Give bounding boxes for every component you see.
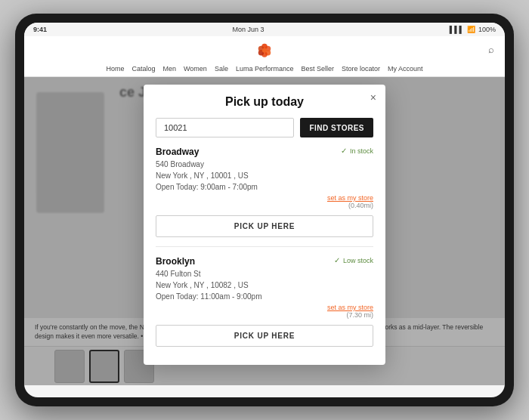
set-my-store-brooklyn[interactable]: set as my store bbox=[327, 304, 373, 311]
battery-icon: 100% bbox=[478, 26, 496, 33]
store-status-broadway: ✓ In stock bbox=[341, 147, 373, 155]
signal-icon: ▌▌▌ bbox=[450, 26, 464, 33]
stock-status-brooklyn: Low stock bbox=[343, 257, 373, 264]
zip-input[interactable] bbox=[156, 118, 294, 137]
wifi-icon: 📶 bbox=[467, 26, 475, 33]
logo-row: ⌕ bbox=[24, 36, 505, 62]
store-addr-broadway: 540 Broadway New York , NY , 10001 , US … bbox=[156, 159, 373, 193]
pickup-button-brooklyn[interactable]: PICK UP HERE bbox=[156, 325, 373, 347]
find-stores-button[interactable]: FIND STORES bbox=[300, 118, 373, 137]
tablet-screen: 9:41 Mon Jun 3 ▌▌▌ 📶 100% bbox=[24, 23, 505, 397]
store-distance-brooklyn: (7.30 mi) bbox=[156, 311, 373, 319]
tablet-frame: 9:41 Mon Jun 3 ▌▌▌ 📶 100% bbox=[15, 14, 514, 406]
nav-bar: ⌕ Home Catalog Men Women Sale Luma Perfo… bbox=[24, 36, 505, 77]
store-card-broadway: Broadway ✓ In stock 540 Broadway New Yor… bbox=[156, 147, 373, 247]
pickup-button-broadway[interactable]: PICK UP HERE bbox=[156, 215, 373, 237]
store-card-brooklyn-header: Brooklyn ✓ Low stock bbox=[156, 256, 373, 267]
check-icon-brooklyn: ✓ bbox=[334, 256, 340, 264]
status-time: 9:41 bbox=[33, 26, 47, 33]
main-content: ce Jacket If you're constantly on the mo… bbox=[24, 77, 505, 385]
nav-luma[interactable]: Luma Performance bbox=[236, 65, 294, 73]
store-card-brooklyn: Brooklyn ✓ Low stock 440 Fulton St New Y… bbox=[156, 256, 373, 356]
store-card-broadway-header: Broadway ✓ In stock bbox=[156, 147, 373, 157]
store-set-row-brooklyn: set as my store bbox=[156, 304, 373, 311]
nav-account[interactable]: My Account bbox=[388, 65, 423, 73]
nav-bestseller[interactable]: Best Seller bbox=[301, 65, 334, 73]
nav-catalog[interactable]: Catalog bbox=[131, 65, 155, 73]
store-set-row-broadway: set as my store bbox=[156, 194, 373, 202]
store-addr-brooklyn: 440 Fulton St New York , NY , 10082 , US… bbox=[156, 268, 373, 302]
nav-sale[interactable]: Sale bbox=[215, 65, 228, 73]
set-my-store-broadway[interactable]: set as my store bbox=[327, 194, 373, 202]
modal-search-row: FIND STORES bbox=[144, 115, 385, 147]
nav-women[interactable]: Women bbox=[184, 65, 207, 73]
modal-overlay: Pick up today × FIND STORES Broadway bbox=[24, 77, 505, 385]
store-distance-broadway: (0.40mi) bbox=[156, 202, 373, 209]
pickup-modal: Pick up today × FIND STORES Broadway bbox=[144, 85, 385, 365]
store-list: Broadway ✓ In stock 540 Broadway New Yor… bbox=[144, 147, 385, 365]
modal-title: Pick up today bbox=[225, 95, 304, 108]
logo-icon bbox=[255, 41, 274, 59]
nav-links: Home Catalog Men Women Sale Luma Perform… bbox=[106, 62, 422, 76]
status-date: Mon Jun 3 bbox=[232, 26, 264, 33]
store-name-brooklyn: Brooklyn bbox=[156, 256, 195, 267]
stock-status-broadway: In stock bbox=[350, 147, 373, 155]
store-status-brooklyn: ✓ Low stock bbox=[334, 256, 373, 264]
nav-store-locator[interactable]: Store locator bbox=[342, 65, 380, 73]
nav-home[interactable]: Home bbox=[106, 65, 124, 73]
nav-men[interactable]: Men bbox=[163, 65, 177, 73]
modal-close-button[interactable]: × bbox=[370, 92, 376, 103]
modal-header: Pick up today × bbox=[144, 85, 385, 115]
search-icon[interactable]: ⌕ bbox=[488, 44, 494, 55]
check-icon-broadway: ✓ bbox=[341, 147, 347, 155]
svg-point-6 bbox=[262, 48, 267, 53]
status-bar: 9:41 Mon Jun 3 ▌▌▌ 📶 100% bbox=[24, 23, 505, 36]
status-icons: ▌▌▌ 📶 100% bbox=[450, 26, 496, 33]
store-name-broadway: Broadway bbox=[156, 147, 199, 157]
